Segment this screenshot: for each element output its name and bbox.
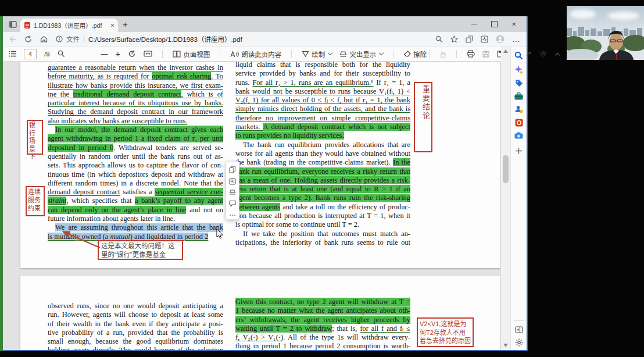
webcam-overlay [567,6,644,60]
highlight-icon[interactable] [229,189,236,195]
sidebar-search-icon[interactable] [514,51,523,60]
edge-sidebar [510,47,527,350]
address-bar: 文件 | C:/Users/Surface/Desktop/1.DD1983（讲… [3,32,527,47]
tab-close-icon[interactable]: × [110,22,115,30]
back-icon[interactable] [9,36,16,42]
pdf-text-line: less return that is at least one (and eq… [235,185,410,194]
read-aloud-icon [230,51,239,58]
office-icon[interactable] [515,119,523,127]
pdf-text-line: tion because all production is interrupt… [235,212,410,220]
more-menu-icon[interactable]: … [512,34,521,44]
collapse-toolbar-icon[interactable] [555,52,560,57]
home-icon[interactable] [40,35,48,42]
pdf-text-line: simply mimics direct holding of the asse… [235,105,410,113]
chevron-down-icon[interactable] [328,51,332,55]
screen: 1.DD1983（讲座用）.pdf × + × [0,0,644,357]
note-v2-v1: V2<V1,这就是为何T2存款人不用着急去挤兑的原因 [417,317,474,347]
open-in-sidebar-icon[interactable] [515,326,523,333]
pdf-text-line: before maturity, as is required for opti… [48,72,223,81]
save-icon[interactable] [482,51,489,58]
tab-bar: 1.DD1983（讲座用）.pdf × + × [3,16,527,32]
mouse-cursor [216,229,223,240]
search-icon[interactable] [58,50,65,58]
pdf-text-line: different random times) in a discrete mo… [48,179,223,188]
pdf-text-line: run. However, agents will choose to depo… [48,310,223,319]
favorites-star-icon[interactable] [450,35,458,43]
read-aloud-button[interactable]: 朗读此页内容 [230,49,281,59]
pdf-text-line: runs. For all r₁ > 1, runs are an equili… [235,78,410,87]
pdf-text-line: also indicates why banks are susceptible… [48,117,223,126]
pdf-text-line: the bank (trading in the competitive-cla… [235,158,410,167]
pdf-text-line: straint, which specifies that a bank’s p… [48,197,223,205]
pdf-text-line: guarantee a reasonable return when the i… [48,63,223,72]
more-options-icon[interactable]: … [229,212,236,215]
scroll-up-icon[interactable] [503,49,508,53]
fit-width-icon[interactable] [144,51,152,57]
pdf-text-line: is optimal for some to continue until T … [235,220,410,229]
scroll-down-icon[interactable] [503,344,508,347]
copy-icon[interactable] [229,166,236,173]
tools-icon[interactable] [514,92,523,100]
toc-icon[interactable] [9,51,16,57]
pdf-text-line: tive probability of a run, provided that… [48,329,223,337]
tab-layout-icon[interactable] [8,20,18,29]
erase-button[interactable]: 擦除 [403,49,427,59]
refresh-icon[interactable] [24,35,32,43]
pdf-text-line: sets. This approach allows us to capture… [48,161,223,170]
games-icon[interactable] [514,105,523,113]
pdf-text-line: f, V₂(·) > V₁(·). All of the type 1s wil… [235,333,410,342]
avatar-icon[interactable] [496,35,505,44]
pdf-text-line: bank run equilibrium, everyone receives … [235,167,410,176]
pdf-text-line: particular interest because of its ubiqu… [48,99,223,108]
copilot-icon[interactable] [514,65,523,74]
browser-essentials-icon[interactable] [481,35,488,43]
highlight-marker-icon [339,51,347,57]
browser-tab[interactable]: 1.DD1983（讲座用）.pdf × [20,19,118,32]
page-view-button[interactable]: 页面视图 [173,49,210,59]
shopping-icon[interactable] [515,79,523,87]
pdf-text-line: illustrate how banks provide this insura… [48,81,223,90]
settings-gear-icon[interactable] [539,50,547,58]
rotate-icon[interactable] [128,50,136,58]
new-tab-button[interactable]: + [123,19,128,29]
zoom-icon[interactable] [435,35,443,43]
maximize-button[interactable] [491,21,498,27]
highlight-button[interactable]: 突出显示 [339,49,383,59]
zoom-out-button[interactable]: — [101,50,108,58]
pdf-text-line: to runs provides no liquidity services. [235,131,410,140]
pdf-text-line: quentially in random order until the ban… [48,152,223,161]
vertical-scrollbar[interactable] [501,47,510,350]
note-biggest-problem: 这是本文最大的问题！这里的“银行”更像是基金 [98,240,183,260]
pdf-text-line: waiting until T = 2 to withdraw; that is… [235,324,410,333]
url-scheme: 文件 [66,34,80,44]
pdf-text-line: of their wealth in the bank even if they… [48,320,223,329]
touch-mode-icon[interactable] [439,50,446,58]
camera-icon[interactable] [514,132,523,139]
pdf-text-line: deposited in period 0. Withdrawal tender… [48,144,223,152]
add-to-sidebar-icon[interactable] [515,147,523,155]
zoom-in-button[interactable]: + [116,49,121,59]
close-button[interactable]: × [511,20,516,28]
minimize-button[interactable] [471,24,477,24]
page-number-input[interactable]: 4 [24,49,37,59]
pdf-text-line: In our model, the demand deposit contrac… [48,126,223,134]
pdf-text-line: Given this contract, no type 2 agent wil… [235,298,410,306]
url-text: C:/Users/Surface/Desktop/1.DD1983（讲座用）.p… [88,34,242,44]
pdf-text-line: tinuous time (in which depositors deposi… [48,170,223,179]
margin-note-seq-constraint: 连续服务约束 [26,186,45,216]
chevron-down-icon[interactable] [379,51,384,55]
margin-note-bank-scenario: 银行场景下 [27,120,43,155]
print-icon[interactable] [467,50,475,58]
info-icon[interactable] [56,35,63,42]
pdf-content-area: guarantee a reasonable return when the i… [3,62,501,350]
url-box[interactable]: 文件 | C:/Users/Surface/Desktop/1.DD1983（讲… [56,34,430,44]
add-comment-icon[interactable] [229,200,236,207]
pdf-text-line: markets. A demand deposit contract which… [235,123,410,131]
sidebar-settings-gear-icon[interactable] [515,338,523,347]
pdf-text-line: therefore no improvement on simple compe… [235,114,410,123]
scrollbar-thumb[interactable] [503,155,509,183]
pdf-toolbar: 4 /9 — + 页面视图 [3,47,510,62]
draw-button[interactable]: 绘制 [302,49,332,59]
search-in-sidebar-icon[interactable] [229,178,236,185]
collections-icon[interactable] [466,35,473,43]
